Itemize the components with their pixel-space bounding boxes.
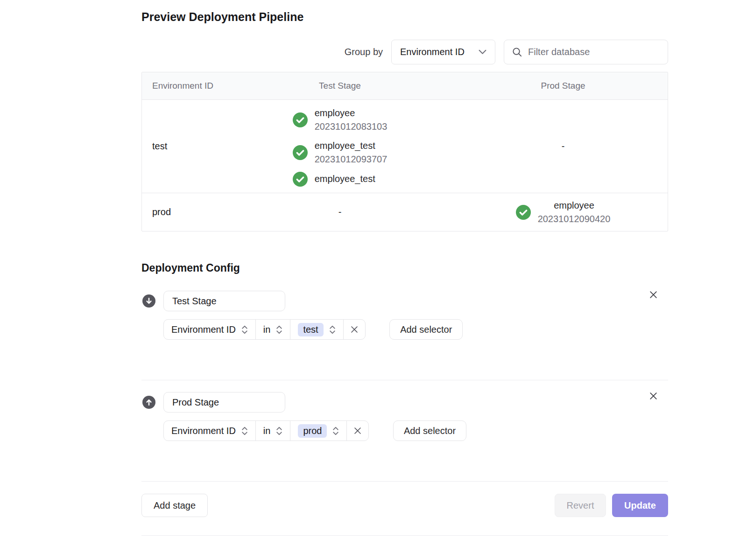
database-name: employee_test bbox=[315, 139, 388, 153]
chevrons-up-down-icon bbox=[241, 426, 248, 436]
prod-stage-cell: employee 20231012090420 bbox=[458, 199, 668, 226]
test-stage-cell: employee 20231012083103 employee_test 20… bbox=[221, 106, 458, 187]
main-content: Preview Deployment Pipeline Group by Env… bbox=[141, 0, 668, 560]
check-circle-icon bbox=[516, 205, 531, 220]
database-version: 20231012093707 bbox=[315, 153, 388, 166]
database-text: employee 20231012083103 bbox=[315, 106, 388, 133]
remove-selector-button[interactable] bbox=[343, 320, 365, 339]
page-title: Preview Deployment Pipeline bbox=[141, 10, 303, 24]
table-row-prod: prod - employee 20231012090420 bbox=[142, 193, 668, 231]
column-header-environment-id: Environment ID bbox=[142, 81, 221, 91]
stage-name-input[interactable] bbox=[163, 392, 285, 413]
selector-key-select[interactable]: Environment ID bbox=[164, 320, 255, 339]
deployment-config-title: Deployment Config bbox=[141, 262, 240, 274]
database-version: 20231012090420 bbox=[538, 212, 611, 226]
stage-config-prod: Environment ID in prod bbox=[141, 392, 668, 441]
stage-divider bbox=[141, 380, 668, 380]
check-circle-icon bbox=[293, 112, 308, 127]
database-item: employee 20231012083103 bbox=[293, 106, 388, 133]
chevrons-up-down-icon bbox=[329, 325, 336, 335]
selector-value-select[interactable]: test bbox=[290, 320, 343, 339]
chevrons-up-down-icon bbox=[241, 325, 248, 335]
close-icon bbox=[350, 325, 359, 334]
database-item: employee_test bbox=[293, 172, 388, 187]
group-by-label: Group by bbox=[345, 47, 383, 57]
database-item: employee_test 20231012093707 bbox=[293, 139, 388, 166]
column-header-prod-stage: Prod Stage bbox=[458, 81, 668, 91]
stage-config-test: Environment ID in test bbox=[141, 291, 668, 340]
database-text: employee_test bbox=[315, 172, 375, 186]
table-row-test: test employee 20231012083103 bbox=[142, 100, 668, 193]
remove-selector-button[interactable] bbox=[346, 421, 368, 441]
selector-operator-value: in bbox=[263, 426, 271, 436]
arrow-up-circle-icon[interactable] bbox=[142, 396, 155, 409]
config-footer: Add stage Revert Update bbox=[141, 494, 668, 517]
footer-actions: Revert Update bbox=[555, 494, 668, 517]
test-stage-cell-empty: - bbox=[221, 207, 458, 217]
selector-rule: Environment ID in test bbox=[163, 319, 366, 340]
revert-button[interactable]: Revert bbox=[555, 494, 606, 517]
check-circle-icon bbox=[293, 145, 308, 160]
stage-name-row bbox=[141, 392, 668, 413]
add-selector-button[interactable]: Add selector bbox=[393, 420, 466, 441]
toolbar: Group by Environment ID bbox=[345, 40, 668, 64]
selector-key-value: Environment ID bbox=[171, 324, 236, 335]
pipeline-table-header: Environment ID Test Stage Prod Stage bbox=[142, 72, 668, 100]
selector-operator-select[interactable]: in bbox=[255, 421, 290, 441]
arrow-down-circle-icon[interactable] bbox=[142, 294, 155, 308]
remove-stage-button[interactable] bbox=[647, 288, 659, 301]
chevrons-up-down-icon bbox=[332, 426, 339, 436]
search-icon bbox=[512, 47, 522, 57]
selector-operator-value: in bbox=[263, 324, 271, 335]
selector-rule: Environment ID in prod bbox=[163, 420, 369, 441]
add-stage-button[interactable]: Add stage bbox=[141, 494, 208, 517]
selector-key-value: Environment ID bbox=[171, 426, 236, 436]
page: Preview Deployment Pipeline Group by Env… bbox=[0, 0, 747, 560]
selector-operator-select[interactable]: in bbox=[255, 320, 290, 339]
bottom-divider bbox=[141, 535, 668, 536]
selector-key-select[interactable]: Environment ID bbox=[164, 421, 255, 441]
database-name: employee bbox=[315, 106, 388, 120]
database-name: employee bbox=[538, 199, 611, 212]
group-by-select[interactable]: Environment ID bbox=[391, 40, 495, 64]
close-icon bbox=[648, 290, 658, 300]
selector-value-tag: prod bbox=[298, 424, 327, 438]
database-list: employee 20231012083103 employee_test 20… bbox=[293, 106, 388, 187]
add-selector-button[interactable]: Add selector bbox=[389, 319, 463, 340]
database-item: employee 20231012090420 bbox=[516, 199, 611, 226]
stage-name-input[interactable] bbox=[163, 291, 285, 311]
selector-value-tag: test bbox=[298, 323, 323, 336]
group-by-selected-value: Environment ID bbox=[400, 47, 465, 57]
prod-stage-cell-empty: - bbox=[458, 141, 668, 152]
chevron-down-icon bbox=[479, 49, 486, 55]
footer-divider bbox=[141, 481, 668, 482]
filter-database-search[interactable] bbox=[504, 40, 668, 64]
environment-id-cell: test bbox=[142, 141, 221, 152]
close-icon bbox=[353, 426, 362, 435]
column-header-test-stage: Test Stage bbox=[221, 81, 458, 91]
database-version: 20231012083103 bbox=[315, 120, 388, 133]
chevrons-up-down-icon bbox=[276, 325, 282, 335]
environment-id-cell: prod bbox=[142, 207, 221, 217]
remove-stage-button[interactable] bbox=[647, 390, 659, 402]
database-name: employee_test bbox=[315, 172, 375, 186]
stage-name-row bbox=[141, 291, 668, 311]
update-button[interactable]: Update bbox=[612, 494, 668, 517]
selector-value-select[interactable]: prod bbox=[290, 421, 346, 441]
search-input[interactable] bbox=[528, 47, 660, 57]
close-icon bbox=[648, 391, 658, 401]
database-text: employee 20231012090420 bbox=[538, 199, 611, 226]
database-text: employee_test 20231012093707 bbox=[315, 139, 388, 166]
chevrons-up-down-icon bbox=[276, 426, 282, 436]
check-circle-icon bbox=[293, 172, 308, 187]
pipeline-table: Environment ID Test Stage Prod Stage tes… bbox=[141, 72, 668, 231]
